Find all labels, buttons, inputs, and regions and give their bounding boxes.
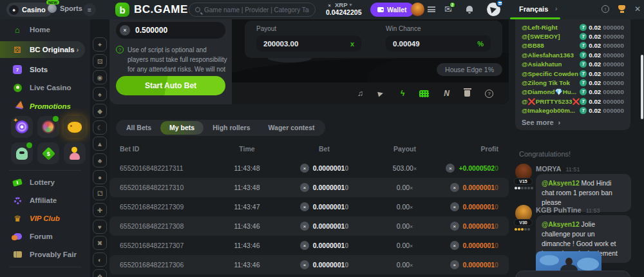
trophy-icon[interactable] [618,5,625,10]
winner-row[interactable]: @[SWEBOY]T0.02000000 [522,32,624,41]
casino-toggle-button[interactable]: ♠ Casino [6,3,52,17]
hoodie-promo-tile[interactable] [11,142,33,164]
casino-label: Casino [22,6,46,14]
chat-username[interactable]: KGB PuhTine [536,206,582,214]
game-icon-7[interactable]: ▲ [93,137,107,151]
winner-row[interactable]: @AsiakhatunT0.02000000 [522,60,624,69]
winner-row[interactable]: @Aliesfahan1363T0.02000000 [522,50,624,59]
search-input[interactable] [204,6,309,14]
sound-icon[interactable] [378,91,386,96]
chat-input[interactable] [515,271,630,277]
game-icon-12[interactable]: ♥ [93,220,107,234]
mention-link[interactable]: @Aksyen12 [542,221,580,228]
chat-rules-icon[interactable]: ! [601,5,609,13]
game-icon-9[interactable]: ● [93,170,107,184]
winner-row[interactable]: @Imakegob00m...T0.02000000 [522,106,624,115]
game-icon-13[interactable]: ✖ [93,236,107,250]
game-icon-10[interactable]: ⚁ [93,186,107,200]
xrp-coin-icon: × [300,260,309,269]
sidebar-item-affiliate[interactable]: Affiliate [0,192,90,209]
hotkeys-icon[interactable] [419,90,429,97]
tab-my-bets[interactable]: My bets [160,121,204,135]
game-icon-8[interactable]: ♣ [93,153,107,167]
sidebar-item-bc-originals[interactable]: ⚄ BC Originals › [0,41,85,58]
win-chance-input[interactable]: 0.00049 % [386,35,491,52]
xrp-coin-icon: × [300,183,309,192]
winner-row[interactable]: @❌PRITTY5233❌T0.02000000 [522,97,624,106]
turbo-lightning-icon[interactable]: ϟ [401,89,404,98]
chat-room-language-tab[interactable]: Français [519,5,548,13]
notifications-bell-icon[interactable] [466,6,473,12]
sidebar-item-forum[interactable]: Forum [0,228,90,245]
user-avatar[interactable] [411,3,424,16]
game-icon-1[interactable]: ✦ [93,37,107,52]
inbox-button[interactable]: ✉2 [444,4,452,14]
start-auto-bet-button[interactable]: Start Auto Bet [116,76,225,95]
sidebar-item-home[interactable]: ⌂ Home [0,21,90,38]
piggy-bank-promo-tile[interactable] [64,116,86,138]
coin-drop-promo-tile[interactable] [64,142,86,164]
game-icon-3[interactable]: ◉ [93,70,107,84]
table-row[interactable]: 65520168482217308 11:43:46 ×0.00000010 0… [109,216,509,236]
tab-all-bets[interactable]: All Bets [117,121,160,135]
sidebar-item-slots[interactable]: 7 Slots [0,61,90,78]
lucky-wheel-icon [42,120,55,133]
chat-username[interactable]: MORYA [536,165,562,173]
winner-row[interactable]: @Left-RightT0.02000000 [522,23,624,32]
brand-logo[interactable]: b BC.GAME [115,3,188,17]
leaderboard-icon[interactable] [428,6,435,12]
winner-row[interactable]: @Diamond💎Hu...T0.02000000 [522,88,624,97]
game-icon-14[interactable]: ◐ [93,253,107,267]
game-icon-6[interactable]: ☾ [93,120,107,135]
xrp-coin-icon: × [450,260,459,269]
game-icon-2[interactable]: ⚄ [93,54,107,68]
table-row[interactable]: 65520168482217306 11:43:46 ×0.00000010 0… [109,255,509,274]
game-icon-11[interactable]: ✚ [93,203,107,217]
balance-selector[interactable]: × XRP ▾ 0.04242205 [326,2,361,17]
tab-high-rollers[interactable]: High rollers [204,121,259,135]
lucky-wheel-promo-tile[interactable] [37,116,59,138]
menu-button[interactable]: ≡ [83,3,96,16]
bet-amount-input[interactable]: × 0.500000 [116,22,225,39]
help-icon[interactable]: ? [485,90,493,98]
chat-toggle-button[interactable] [487,3,500,16]
piggy-bank-icon [68,122,82,133]
payout-input[interactable]: 200003.00 x [256,35,361,52]
tab-wager-contest[interactable]: Wager contest [260,121,324,135]
table-row[interactable]: 65520168482217310 11:43:48 ×0.00000010 0… [109,178,509,197]
game-search[interactable] [189,3,316,17]
game-icon-15[interactable]: ❖ [93,269,107,277]
sports-toggle-button[interactable]: NEW Sports [48,4,82,13]
trends-icon[interactable]: N [444,89,450,98]
dollar-tag-promo-tile[interactable]: $ [37,142,59,164]
winner-row[interactable]: @Zilong Tik TokT0.02000000 [522,78,624,87]
winner-row[interactable]: @BB88T0.02000000 [522,41,624,50]
dart-spiral-promo-tile[interactable] [11,116,33,138]
winner-row[interactable]: @Specific CowdenT0.02000000 [522,69,624,78]
chevron-right-icon: › [77,46,79,53]
sidebar-item-provably-fair[interactable]: Provably Fair [0,246,90,263]
table-row[interactable]: 65520168482217307 11:43:46 ×0.00000010 0… [109,236,509,255]
mention-link[interactable]: @Aksyen12 [542,180,580,187]
game-icon-4[interactable]: ♠ [93,87,107,101]
sidebar-item-lottery[interactable]: Lottery [0,174,90,191]
see-more-link[interactable]: See more› [522,119,624,126]
tether-coin-icon: T [580,24,587,31]
close-chat-icon[interactable]: ✕ [634,5,641,14]
chat-room-chevron-icon[interactable]: › [555,5,557,12]
chat-scrollbar[interactable] [641,55,643,119]
table-row[interactable]: 65520168482217311 11:43:48 ×0.00000010 5… [109,158,509,178]
music-icon[interactable]: ♫ [357,89,363,98]
game-icon-5[interactable]: ◆ [93,104,107,118]
wallet-button[interactable]: Wallet [370,3,414,17]
xrp-coin-icon: × [450,202,459,211]
question-icon: ? [116,46,124,53]
trash-icon[interactable] [464,90,470,97]
sidebar-item-promotions[interactable]: Promotions [0,98,90,115]
basketball-icon: NEW [48,4,57,13]
xrp-coin-icon: × [120,25,130,35]
sidebar-item-live-casino[interactable]: Live Casino [0,79,90,96]
sidebar-item-vip-club[interactable]: ♛ VIP Club [0,210,90,227]
main-content: × 0.500000 ? Use of script is optional a… [109,19,510,277]
table-row[interactable]: 65520168482217309 11:43:47 ×0.00000010 0… [109,197,509,216]
